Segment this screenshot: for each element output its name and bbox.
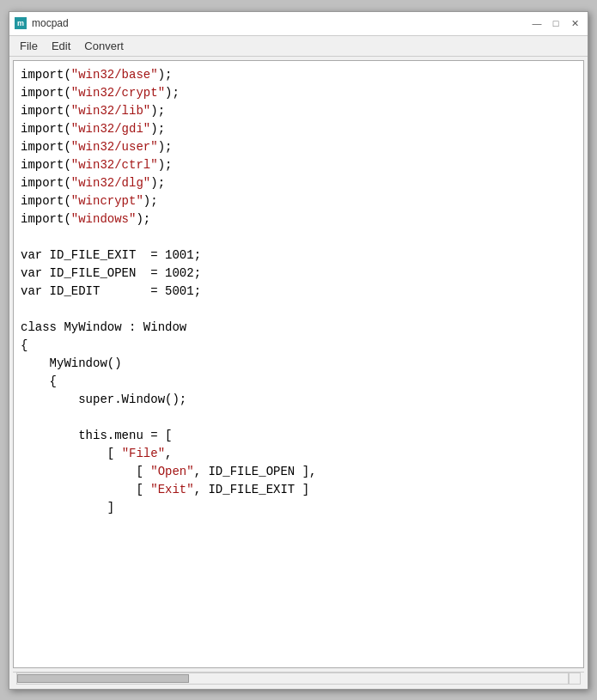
bottom-bar: [13, 672, 584, 685]
scrollbar-thumb: [17, 674, 189, 683]
code-line-16: {: [21, 338, 27, 352]
maximize-button[interactable]: □: [548, 15, 563, 31]
menu-file[interactable]: File: [13, 38, 45, 54]
close-button[interactable]: ✕: [567, 15, 582, 31]
menu-convert[interactable]: Convert: [77, 38, 131, 54]
scrollbar-corner: [569, 673, 581, 685]
code-line-9: import("windows");: [21, 212, 150, 226]
code-line-10: [21, 230, 27, 244]
main-window: m mocpad — □ ✕ File Edit Convert import(…: [9, 11, 588, 690]
code-line-5: import("win32/user");: [21, 140, 172, 154]
title-bar-controls: — □ ✕: [529, 15, 582, 31]
menu-edit[interactable]: Edit: [45, 38, 77, 54]
code-line-2: import("win32/crypt");: [21, 86, 180, 100]
code-line-7: import("win32/dlg");: [21, 176, 165, 190]
code-line-6: import("win32/ctrl");: [21, 158, 172, 172]
code-line-20: [21, 411, 27, 424]
code-line-22: [ "File",: [21, 447, 172, 460]
code-line-21: this.menu = [: [21, 429, 172, 442]
code-line-18: {: [21, 374, 57, 388]
minimize-button[interactable]: —: [529, 15, 545, 31]
editor-area: import("win32/base"); import("win32/cryp…: [13, 60, 584, 668]
code-line-15: class MyWindow : Window: [21, 320, 186, 334]
app-icon: m: [15, 17, 27, 29]
code-line-25: ]: [21, 501, 114, 514]
code-line-11: var ID_FILE_EXIT = 1001;: [21, 248, 201, 262]
code-line-17: MyWindow(): [21, 356, 122, 370]
window-title: mocpad: [32, 17, 69, 29]
title-bar: m mocpad — □ ✕: [9, 12, 588, 36]
title-bar-left: m mocpad: [15, 17, 69, 29]
code-line-19: super.Window();: [21, 393, 186, 406]
code-line-14: [21, 302, 27, 316]
menu-bar: File Edit Convert: [9, 36, 588, 57]
code-line-8: import("wincrypt");: [21, 194, 158, 208]
code-editor[interactable]: import("win32/base"); import("win32/cryp…: [14, 61, 583, 667]
code-line-13: var ID_EDIT = 5001;: [21, 284, 201, 298]
code-line-24: [ "Exit", ID_FILE_EXIT ]: [21, 483, 309, 496]
code-line-23: [ "Open", ID_FILE_OPEN ],: [21, 465, 316, 478]
code-line-4: import("win32/gdi");: [21, 122, 165, 136]
code-line-1: import("win32/base");: [21, 68, 172, 82]
horizontal-scrollbar[interactable]: [16, 673, 569, 685]
code-line-3: import("win32/lib");: [21, 104, 165, 118]
code-line-12: var ID_FILE_OPEN = 1002;: [21, 266, 201, 280]
